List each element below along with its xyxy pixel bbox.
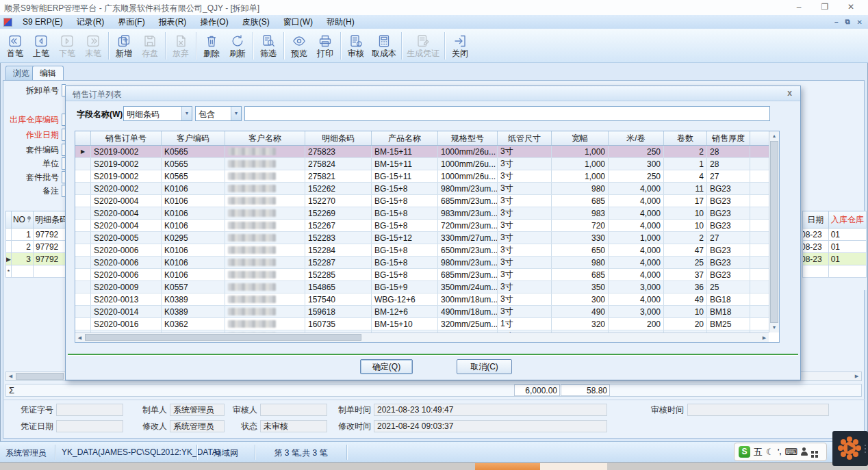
- column-header[interactable]: 明细条码: [305, 131, 372, 146]
- hscroll-thumb[interactable]: [16, 373, 64, 380]
- order-row[interactable]: S2020-0009K0557154865BG-15+9350mm/24um..…: [75, 281, 769, 293]
- new-row[interactable]: *: [6, 265, 66, 278]
- detail-row[interactable]: 08-2301: [803, 229, 867, 241]
- toolbar-button-cost[interactable]: 取成本: [370, 33, 398, 59]
- status-database-connection: YK_DATA(JAMES-PC\SQL2012:YK_DATA): [62, 447, 196, 457]
- scroll-right-icon[interactable]: ▶: [760, 334, 769, 342]
- orders-hscrollbar[interactable]: ◀ ▶: [75, 332, 769, 342]
- mdi-restore-button[interactable]: ⧉: [845, 18, 850, 26]
- operator-select[interactable]: 包含 ▾: [195, 106, 242, 121]
- orders-vscrollbar[interactable]: ▲ ▼: [769, 131, 779, 332]
- menu-item-2[interactable]: 界面(F): [111, 15, 151, 29]
- mdi-minimize-button[interactable]: –: [834, 18, 839, 26]
- column-date[interactable]: 日期: [803, 211, 829, 229]
- cancel-button[interactable]: 取消(C): [457, 359, 512, 374]
- punctuation-icon[interactable]: ’,: [778, 447, 782, 458]
- order-row[interactable]: S2020-0006K0106152287BG-15+8980mm/23um..…: [75, 257, 769, 269]
- order-row[interactable]: S2020-0002K0106152262BG-15+8980mm/23um..…: [75, 183, 769, 195]
- scroll-up-icon[interactable]: ▲: [769, 132, 779, 140]
- menu-item-0[interactable]: S9 ERP(E): [16, 15, 70, 29]
- maximize-button[interactable]: ❐: [812, 0, 838, 15]
- menu-item-5[interactable]: 皮肤(S): [235, 15, 277, 29]
- order-row[interactable]: S2020-0016K0362160735BM-15+10320mm/25um.…: [75, 318, 769, 330]
- field-select[interactable]: 明细条码 ▾: [123, 106, 192, 121]
- toolbar-button-nav-first[interactable]: 首笔: [3, 33, 27, 59]
- detail-row[interactable]: 297792: [6, 241, 66, 253]
- order-row[interactable]: S2020-0014K0389159618BM-12+6490mm/18um..…: [75, 306, 769, 318]
- scroll-right-icon[interactable]: ▶: [852, 372, 861, 380]
- search-input[interactable]: [244, 106, 770, 121]
- taskbar-app[interactable]: [540, 463, 607, 470]
- order-row[interactable]: S2020-0004K0106152269BG-15+8983mm/23um..…: [75, 207, 769, 220]
- hscroll-thumb[interactable]: [85, 334, 361, 341]
- dialog-title-bar[interactable]: 销售订单列表 x: [66, 86, 800, 101]
- order-row[interactable]: S2020-0006K0106152285BG-15+8685mm/23um..…: [75, 269, 769, 281]
- column-header[interactable]: 规格型号: [438, 131, 498, 146]
- table-cell: BG23: [707, 195, 750, 207]
- keyboard-icon[interactable]: ⌨: [784, 447, 797, 458]
- taskbar-active-app[interactable]: [475, 463, 540, 470]
- column-detail-barcode[interactable]: 明细条码: [33, 211, 65, 229]
- column-header[interactable]: 产品名称: [372, 131, 438, 146]
- moon-icon[interactable]: ☾: [766, 447, 774, 458]
- ok-button[interactable]: 确定(Q): [360, 359, 413, 374]
- toolbar-button-nav-prev[interactable]: 上笔: [29, 33, 53, 59]
- order-row[interactable]: S2020-0004K0106152267BG-15+8720mm/23um..…: [75, 220, 769, 232]
- vscroll-thumb[interactable]: [770, 141, 778, 323]
- tab-edit[interactable]: 编辑: [32, 66, 64, 80]
- column-header[interactable]: 销售订单号: [91, 131, 162, 146]
- order-row[interactable]: S2019-0002K0565275821BG-15+111000mm/26u.…: [75, 170, 769, 183]
- column-in-warehouse[interactable]: 入库仓库: [828, 211, 866, 229]
- detail-row[interactable]: ▶397792: [6, 253, 66, 265]
- menu-item-7[interactable]: 帮助(H): [320, 15, 361, 29]
- toolbar-button-label: 取成本: [372, 49, 396, 58]
- toolbar-button-delete[interactable]: 删除: [199, 33, 224, 59]
- floating-app-widget[interactable]: [832, 431, 868, 466]
- column-header[interactable]: 宽幅: [552, 131, 609, 146]
- order-row[interactable]: ▶S2019-0002K0565275823BM-15+111000mm/26u…: [75, 146, 769, 158]
- column-header[interactable]: 纸管尺寸: [498, 131, 552, 146]
- detail-row[interactable]: 08-2301: [803, 241, 867, 253]
- minimize-button[interactable]: –: [786, 0, 812, 15]
- order-row[interactable]: S2019-0002K0565275824BM-15+111000mm/26u.…: [75, 158, 769, 170]
- toolbar-button-filter[interactable]: 筛选: [256, 33, 281, 59]
- column-header[interactable]: 米数: [750, 131, 769, 146]
- order-row[interactable]: S2020-0004K0106152270BG-15+8685mm/23um..…: [75, 195, 769, 207]
- table-cell: S2020-0004: [91, 220, 162, 232]
- mdi-close-button[interactable]: ✕: [857, 18, 863, 26]
- close-button[interactable]: ✕: [838, 0, 864, 15]
- grid-menu-icon[interactable]: [811, 451, 814, 454]
- ime-logo-icon[interactable]: S: [739, 446, 750, 458]
- column-header[interactable]: 客户名称: [225, 131, 305, 146]
- menu-item-1[interactable]: 记录(R): [70, 15, 112, 29]
- column-header[interactable]: 销售厚度: [707, 131, 750, 146]
- ime-mode-icon[interactable]: 五: [754, 447, 763, 458]
- toolbar-button-close-doc[interactable]: 关闭: [448, 33, 472, 59]
- toolbar-button-add[interactable]: 新增: [112, 33, 136, 59]
- new-row[interactable]: [803, 265, 867, 278]
- column-header[interactable]: 卷数: [664, 131, 707, 146]
- detail-row[interactable]: 197792: [6, 229, 66, 241]
- toolbar-button-preview[interactable]: 预览: [287, 33, 311, 59]
- scroll-left-icon[interactable]: ◀: [6, 372, 15, 380]
- menu-item-6[interactable]: 窗口(W): [277, 15, 320, 29]
- order-row[interactable]: S2020-0005K0295152283BG-15+12330mm/27um.…: [75, 232, 769, 244]
- table-cell: 152284: [305, 244, 372, 257]
- scroll-left-icon[interactable]: ◀: [75, 334, 84, 342]
- dialog-close-icon[interactable]: x: [787, 88, 792, 98]
- column-header[interactable]: 米/卷: [609, 131, 664, 146]
- toolbar-button-refresh[interactable]: 刷新: [225, 33, 250, 59]
- detail-row[interactable]: 08-2301: [803, 253, 867, 265]
- menu-item-4[interactable]: 操作(O): [193, 15, 235, 29]
- menu-item-3[interactable]: 报表(R): [152, 15, 194, 29]
- order-row[interactable]: S2020-0013K0389157540WBG-12+6300mm/18um.…: [75, 293, 769, 306]
- order-row[interactable]: S2020-0006K0106152284BG-15+8650mm/23um..…: [75, 244, 769, 257]
- chevron-down-icon[interactable]: ▾: [181, 107, 192, 120]
- toolbar-button-audit[interactable]: 审核: [344, 33, 368, 59]
- toolbar-button-print[interactable]: 打印: [313, 33, 337, 59]
- scroll-down-icon[interactable]: ▼: [769, 324, 779, 332]
- person-icon[interactable]: [801, 447, 808, 456]
- column-no[interactable]: NO: [11, 211, 33, 229]
- chevron-down-icon[interactable]: ▾: [231, 107, 241, 120]
- column-header[interactable]: 客户编码: [162, 131, 225, 146]
